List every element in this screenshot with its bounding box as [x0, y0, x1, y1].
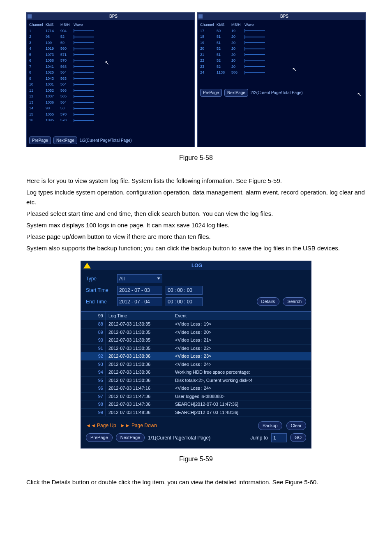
svg-rect-42 [244, 59, 245, 62]
go-button[interactable]: GO [290, 433, 306, 442]
log-row[interactable]: 912012-07-03 11:30:35<Video Loss : 22> [81, 345, 311, 353]
type-value: All [119, 275, 125, 282]
page-indicator: 1/2(Curent Page/Total Page) [80, 137, 132, 143]
start-date-input[interactable]: 2012 - 07 - 03 [117, 286, 162, 295]
warning-icon [83, 263, 91, 268]
end-time-label: End Time [86, 298, 114, 305]
svg-rect-46 [244, 71, 245, 74]
paragraph: System max displays 100 logs in one page… [26, 220, 366, 230]
svg-rect-44 [244, 65, 245, 68]
svg-rect-18 [74, 83, 74, 86]
jump-to-input[interactable]: 1 [271, 433, 287, 442]
search-button[interactable]: Search [283, 297, 306, 306]
svg-rect-27 [74, 108, 94, 109]
svg-rect-8 [74, 53, 74, 56]
svg-rect-47 [245, 72, 265, 73]
start-time-label: Start Time [86, 287, 114, 294]
svg-rect-5 [74, 42, 94, 43]
nextpage-button[interactable]: NextPage [53, 136, 77, 144]
svg-rect-10 [74, 59, 74, 62]
end-time-input[interactable]: 00 : 00 : 00 [166, 297, 203, 306]
svg-rect-15 [74, 72, 94, 73]
svg-rect-29 [74, 114, 94, 115]
svg-rect-33 [245, 30, 265, 31]
log-row[interactable]: 942012-07-03 11:30:36Working HDD free sp… [81, 368, 311, 377]
nextpage-button[interactable]: NextPage [116, 433, 145, 442]
svg-rect-12 [74, 65, 74, 68]
svg-rect-11 [74, 60, 94, 61]
log-row[interactable]: 982012-07-03 11:47:36SEARCH[2012-07-03 1… [81, 400, 311, 409]
svg-rect-31 [74, 120, 94, 121]
log-row[interactable]: 922012-07-03 11:30:36<Video Loss : 23> [81, 352, 311, 361]
svg-rect-16 [74, 77, 74, 80]
svg-rect-6 [74, 47, 74, 51]
log-titlebar: LOG [81, 261, 311, 270]
svg-rect-21 [74, 90, 94, 91]
col-count: 99 [81, 312, 106, 320]
page-up-link[interactable]: ◄◄ Page Up [86, 422, 116, 429]
nextpage-button[interactable]: NextPage [224, 89, 248, 97]
backup-button[interactable]: Backup [258, 421, 282, 430]
log-row[interactable]: 962012-07-03 11:47:16<Video Loss : 24> [81, 384, 311, 393]
log-panel: LOG Type All Start Time 2012 - 07 - 03 0… [81, 261, 311, 449]
svg-rect-19 [74, 84, 94, 85]
log-title: LOG [85, 262, 309, 269]
page-indicator: 2/2(Curent Page/Total Page) [251, 90, 303, 96]
bps-titlebar-left: BPS [27, 13, 194, 20]
log-row[interactable]: 952012-07-03 11:30:36Disk totals<2>, Cur… [81, 377, 311, 385]
chevron-down-icon [157, 278, 160, 280]
col-event[interactable]: Event [173, 312, 311, 320]
log-row[interactable]: 932012-07-03 11:30:36<Video Loss : 24> [81, 361, 311, 369]
page-total: 1/1(Curent Page/Total Page) [148, 434, 210, 442]
svg-rect-2 [74, 35, 74, 39]
window-icon [198, 14, 203, 18]
log-row[interactable]: 902012-07-03 11:30:35<Video Loss : 21> [81, 336, 311, 345]
paragraph: Pleased select start time and end time, … [26, 209, 366, 219]
svg-rect-26 [74, 107, 74, 110]
log-row[interactable]: 882012-07-03 11:30:35<Video Loss : 19> [81, 320, 311, 328]
details-button[interactable]: Details [257, 297, 280, 306]
svg-rect-20 [74, 89, 74, 92]
svg-rect-38 [244, 47, 245, 51]
clear-button[interactable]: Clear [286, 421, 306, 430]
svg-rect-23 [74, 96, 94, 97]
figure-caption-1: Figure 5-58 [26, 153, 366, 163]
svg-rect-28 [74, 113, 74, 116]
svg-rect-32 [244, 29, 245, 32]
bps-screenshots: BPS ChannelKb/SMB/HWave11714904298523109… [26, 12, 366, 147]
svg-rect-41 [245, 54, 265, 55]
figure-caption-2: Figure 5-59 [26, 454, 366, 464]
log-row[interactable]: 892012-07-03 11:30:35<Video Loss : 20> [81, 328, 311, 337]
type-label: Type [86, 275, 114, 282]
svg-rect-30 [74, 119, 74, 122]
prepage-button[interactable]: PrePage [86, 433, 113, 442]
col-logtime[interactable]: Log Time [106, 312, 173, 320]
svg-rect-7 [74, 49, 94, 49]
paragraph: Click the Details button or double click… [26, 477, 366, 487]
type-select[interactable]: All [117, 274, 162, 283]
bps-panel-left: BPS ChannelKb/SMB/HWave11714904298523109… [26, 12, 195, 147]
log-row[interactable]: 972012-07-03 11:47:36User logged in<8888… [81, 393, 311, 401]
page-number: 97 [355, 534, 362, 544]
jump-to-label: Jump to [250, 434, 268, 442]
log-row[interactable]: 992012-07-03 11:48:36SEARCH[2012-07-03 1… [81, 409, 311, 417]
paragraph: Log types include system operation, conf… [26, 187, 366, 207]
prepage-button[interactable]: PrePage [29, 136, 51, 144]
svg-rect-22 [74, 95, 74, 98]
paragraph: Here is for you to view system log file.… [26, 176, 366, 186]
svg-rect-40 [244, 53, 245, 56]
svg-rect-1 [74, 30, 94, 31]
start-time-input[interactable]: 00 : 00 : 00 [166, 286, 203, 295]
svg-rect-14 [74, 71, 74, 74]
end-date-input[interactable]: 2012 - 07 - 04 [117, 297, 162, 306]
svg-rect-43 [245, 60, 265, 61]
prepage-button[interactable]: PrePage [200, 89, 222, 97]
svg-rect-35 [245, 37, 265, 37]
svg-rect-17 [74, 78, 94, 79]
window-icon [28, 14, 32, 18]
bps-panel-right: BPS ChannelKb/SMB/HWave17501918512019512… [197, 12, 366, 147]
svg-rect-0 [74, 29, 74, 32]
bps-titlebar-right: BPS [198, 13, 365, 20]
page-down-link[interactable]: ►► Page Down [120, 422, 157, 429]
svg-rect-3 [74, 37, 94, 37]
